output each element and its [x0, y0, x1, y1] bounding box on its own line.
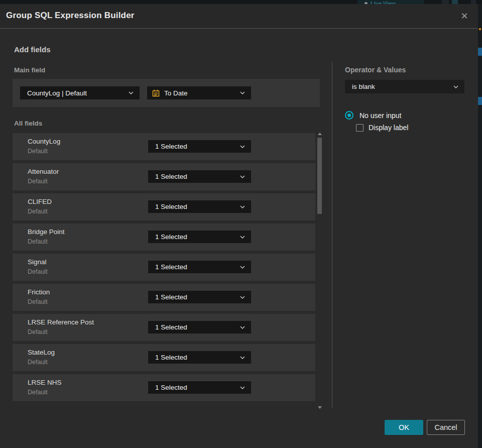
- fields-list-scrollbar: [317, 132, 323, 410]
- no-user-input-radio[interactable]: No user input: [345, 111, 401, 120]
- field-row: Bridge Point Default 1 Selected: [13, 223, 315, 251]
- scrollbar-up-arrow-icon[interactable]: [318, 133, 322, 135]
- chevron-down-icon: [240, 205, 245, 208]
- field-name: Attenuator: [28, 168, 59, 175]
- background-accent: [478, 97, 482, 105]
- dialog-title: Group SQL Expression Builder: [6, 11, 135, 21]
- chevron-down-icon: [240, 356, 245, 359]
- field-subtitle: Default: [28, 359, 48, 366]
- chevron-down-icon: [240, 266, 245, 269]
- field-values-select[interactable]: 1 Selected: [148, 140, 251, 153]
- field-values-select[interactable]: 1 Selected: [148, 231, 251, 243]
- selected-count-label: 1 Selected: [148, 384, 240, 391]
- field-name: Signal: [28, 258, 47, 266]
- field-row: Attenuator Default 1 Selected: [13, 163, 315, 190]
- selected-count-label: 1 Selected: [148, 323, 240, 331]
- field-values-select[interactable]: 1 Selected: [148, 200, 251, 213]
- field-row: StateLog Default 1 Selected: [13, 344, 315, 371]
- field-name: Friction: [28, 288, 50, 296]
- operator-select[interactable]: is blank: [345, 80, 464, 93]
- selected-count-label: 1 Selected: [148, 143, 240, 150]
- field-values-select[interactable]: 1 Selected: [148, 291, 251, 303]
- background-accent: [478, 48, 482, 56]
- chevron-down-icon: [129, 91, 134, 94]
- main-field-container: CountyLog | Default To Date: [13, 79, 320, 107]
- scrollbar-down-arrow-icon[interactable]: [318, 406, 322, 409]
- field-name: Bridge Point: [28, 228, 65, 236]
- calendar-date-icon: [152, 89, 160, 97]
- cancel-button[interactable]: Cancel: [427, 420, 465, 435]
- live-view-label: Live View: [371, 1, 396, 4]
- main-field-date-select-value: To Date: [164, 89, 240, 97]
- field-values-select[interactable]: 1 Selected: [148, 261, 251, 273]
- field-values-select[interactable]: 1 Selected: [148, 351, 251, 364]
- field-name: LRSE NHS: [28, 379, 62, 386]
- field-subtitle: Default: [28, 298, 48, 305]
- ok-button[interactable]: OK: [385, 420, 423, 435]
- panel-divider: [332, 62, 332, 408]
- field-row: CountyLog Default 1 Selected: [13, 133, 315, 160]
- background-app-edge: [478, 4, 482, 448]
- chevron-down-icon: [240, 91, 245, 94]
- main-field-select[interactable]: CountyLog | Default: [20, 86, 140, 99]
- selected-count-label: 1 Selected: [148, 293, 240, 301]
- background-toolbar-fragment: [442, 0, 449, 4]
- field-values-select[interactable]: 1 Selected: [148, 321, 251, 333]
- background-toolbar-fragment: [471, 0, 476, 4]
- field-subtitle: Default: [28, 178, 48, 185]
- no-user-input-label: No user input: [359, 111, 401, 120]
- main-field-label: Main field: [14, 66, 45, 74]
- main-field-select-value: CountyLog | Default: [20, 89, 129, 97]
- scrollbar-thumb[interactable]: [317, 138, 322, 214]
- main-field-date-select[interactable]: To Date: [147, 86, 251, 99]
- add-fields-heading: Add fields: [14, 45, 51, 54]
- field-subtitle: Default: [28, 238, 48, 245]
- radio-selected-icon: [345, 111, 353, 120]
- operator-values-heading: Operator & Values: [345, 66, 406, 74]
- field-name: CLIFED: [28, 198, 52, 205]
- selected-count-label: 1 Selected: [148, 263, 240, 271]
- field-row: Friction Default 1 Selected: [13, 284, 315, 311]
- field-name: LRSE Reference Post: [28, 318, 94, 326]
- chevron-down-icon: [240, 296, 245, 299]
- field-values-select[interactable]: 1 Selected: [148, 381, 251, 394]
- chevron-down-icon: [240, 326, 245, 329]
- background-toolbar-fragment: [452, 0, 458, 4]
- checkbox-unchecked-icon: [356, 124, 364, 132]
- screen: Live View Group SQL Expression Builder ✕…: [0, 0, 482, 448]
- group-sql-expression-builder-dialog: Group SQL Expression Builder ✕ Add field…: [0, 4, 478, 448]
- chevron-down-icon: [240, 175, 245, 178]
- field-subtitle: Default: [28, 268, 48, 275]
- chevron-down-icon: [453, 85, 458, 88]
- selected-count-label: 1 Selected: [148, 233, 240, 241]
- background-accent: [479, 28, 481, 30]
- field-row: CLIFED Default 1 Selected: [13, 193, 315, 220]
- operator-select-value: is blank: [345, 83, 453, 90]
- display-label-text: Display label: [369, 124, 408, 132]
- chevron-down-icon: [240, 145, 245, 148]
- background-app-header: Live View: [0, 0, 482, 4]
- field-name: StateLog: [28, 349, 55, 356]
- field-subtitle: Default: [28, 328, 48, 335]
- field-subtitle: Default: [28, 148, 48, 155]
- all-fields-label: All fields: [14, 120, 42, 127]
- field-row: LRSE Reference Post Default 1 Selected: [13, 314, 315, 341]
- close-icon[interactable]: ✕: [458, 10, 471, 23]
- field-name: CountyLog: [28, 138, 60, 145]
- field-row: Signal Default 1 Selected: [13, 254, 315, 281]
- dialog-header: Group SQL Expression Builder ✕: [0, 4, 478, 29]
- field-subtitle: Default: [28, 389, 48, 396]
- selected-count-label: 1 Selected: [148, 203, 240, 210]
- field-row: LRSE NHS Default 1 Selected: [13, 374, 315, 401]
- chevron-down-icon: [240, 386, 245, 389]
- display-label-checkbox[interactable]: Display label: [356, 124, 408, 132]
- field-values-select[interactable]: 1 Selected: [148, 170, 251, 183]
- live-view-button[interactable]: Live View: [357, 0, 424, 4]
- chevron-down-icon: [240, 236, 245, 239]
- selected-count-label: 1 Selected: [148, 173, 240, 180]
- field-subtitle: Default: [28, 208, 48, 215]
- selected-count-label: 1 Selected: [148, 354, 240, 361]
- all-fields-list: CountyLog Default 1 Selected Attenuator …: [13, 133, 315, 404]
